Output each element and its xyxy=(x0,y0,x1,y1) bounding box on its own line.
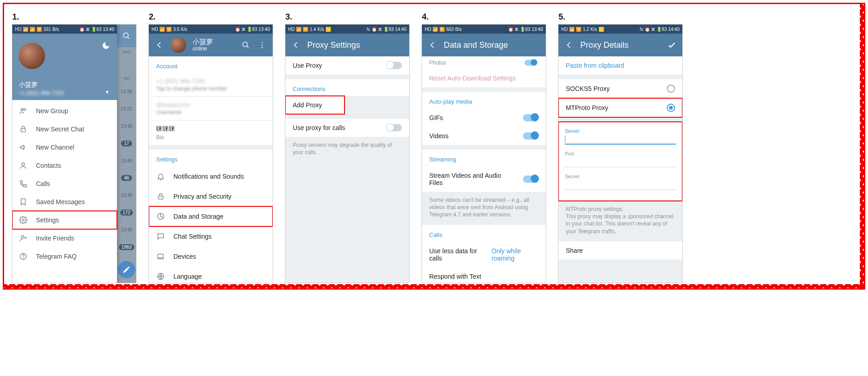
drawer-saved-messages[interactable]: Saved Messages xyxy=(12,193,117,211)
proxy-form: Server Port Secret xyxy=(558,122,682,201)
chat-list-peek: Wed Sat 13:28 13:21 13:40 17 13:40 46 13… xyxy=(117,25,136,283)
drawer-settings[interactable]: Settings xyxy=(12,211,117,229)
account-username-row[interactable]: @bobal1314Username xyxy=(149,97,273,120)
drawer-new-group[interactable]: New Group xyxy=(12,102,117,120)
time-label: 13:40 xyxy=(121,193,132,198)
add-proxy-row[interactable]: Add Proxy xyxy=(285,96,345,114)
back-icon[interactable] xyxy=(154,40,164,50)
step-3: 3. HD📶🛜1.4 K/s🟨ℕ⏰ⵣ🔋8314:40 Proxy Setting… xyxy=(285,12,409,283)
port-label: Port xyxy=(565,151,676,156)
phone-screen-2: HD📶🛜3.5 K/s⏰ⵣ🔋8313:40 小菠萝online Account … xyxy=(149,25,273,283)
drawer-new-channel[interactable]: New Channel xyxy=(12,138,117,156)
section-autoplay: Auto-play media xyxy=(422,92,546,109)
svg-point-13 xyxy=(262,45,263,45)
page-title: Data and Storage xyxy=(444,40,540,50)
time-label: 13:28 xyxy=(121,89,132,94)
avatar[interactable] xyxy=(171,37,186,53)
mtproto-note: MTProto proxy settings.This proxy may di… xyxy=(558,201,682,241)
calls-note: Proxy servers may degrade the quality of… xyxy=(285,137,409,162)
users-icon xyxy=(19,106,28,115)
use-proxy-row[interactable]: Use Proxy xyxy=(285,56,409,75)
page-title: Proxy Details xyxy=(580,40,660,50)
avatar[interactable] xyxy=(19,43,45,69)
drawer-calls[interactable]: Calls xyxy=(12,175,117,193)
proxy-settings-appbar: Proxy Settings xyxy=(285,34,409,56)
step-2: 2. HD📶🛜3.5 K/s⏰ⵣ🔋8313:40 小菠萝online Accou… xyxy=(149,12,273,283)
back-icon[interactable] xyxy=(564,40,574,50)
step-number: 4. xyxy=(422,12,546,22)
stream-row[interactable]: Stream Videos and Audio Files xyxy=(422,166,546,192)
phone-screen-1: Wed Sat 13:28 13:21 13:40 17 13:40 46 13… xyxy=(12,25,136,283)
reset-row[interactable]: Reset Auto-Download Settings xyxy=(422,69,546,87)
svg-point-6 xyxy=(22,219,25,221)
more-icon[interactable] xyxy=(257,40,267,50)
step-1: 1. Wed Sat 13:28 13:21 13:40 17 13:40 46… xyxy=(12,12,136,283)
mtproto-radio[interactable] xyxy=(667,104,675,112)
less-data-value: Only while roaming xyxy=(492,247,538,262)
svg-point-2 xyxy=(21,109,23,111)
settings-devices[interactable]: Devices xyxy=(149,246,273,266)
bell-icon xyxy=(156,172,165,181)
settings-data-storage[interactable]: Data and Storage xyxy=(149,206,273,226)
socks5-radio[interactable] xyxy=(667,85,675,93)
settings-language[interactable]: Language xyxy=(149,266,273,283)
socks5-option[interactable]: SOCKS5 Proxy xyxy=(558,79,682,98)
search-icon[interactable] xyxy=(117,25,136,47)
use-proxy-calls-row[interactable]: Use proxy for calls xyxy=(285,119,409,137)
text-cursor xyxy=(565,135,565,143)
time-label: 13:40 xyxy=(121,124,132,129)
use-proxy-calls-toggle[interactable] xyxy=(386,124,402,131)
proxy-details-appbar: Proxy Details xyxy=(558,34,682,56)
mtproto-option[interactable]: MTProto Proxy xyxy=(558,98,682,117)
day-label: Sat xyxy=(117,74,136,83)
svg-rect-17 xyxy=(158,254,163,258)
photos-row[interactable]: Photos xyxy=(422,56,546,69)
drawer-contacts[interactable]: Contacts xyxy=(12,156,117,175)
server-field[interactable]: Server xyxy=(565,128,676,145)
account-bio-row[interactable]: 咪咪咪Bio xyxy=(149,120,273,145)
secret-field[interactable]: Secret xyxy=(565,174,676,190)
share-row[interactable]: Share xyxy=(558,241,682,260)
account-phone-row[interactable]: +1 (502) 966-7333Tap to change phone num… xyxy=(149,73,273,96)
back-icon[interactable] xyxy=(291,40,301,50)
search-icon[interactable] xyxy=(241,40,251,50)
back-icon[interactable] xyxy=(427,40,437,50)
laptop-icon xyxy=(156,252,165,261)
gifs-toggle[interactable] xyxy=(523,114,538,121)
drawer-faq[interactable]: Telegram FAQ xyxy=(12,247,117,266)
drawer-new-secret-chat[interactable]: New Secret Chat xyxy=(12,120,117,138)
settings-chat[interactable]: Chat Settings xyxy=(149,226,273,246)
data-storage-appbar: Data and Storage xyxy=(422,34,546,56)
drawer-phone: +1 (502) 966-7333 xyxy=(19,90,64,96)
respond-text-row[interactable]: Respond with Text xyxy=(422,267,546,283)
settings-notifications[interactable]: Notifications and Sounds xyxy=(149,166,273,186)
port-field[interactable]: Port xyxy=(565,151,676,167)
lock-icon xyxy=(19,125,28,134)
photos-toggle[interactable] xyxy=(524,60,537,66)
status-bar: HD📶📶🛜331 B/s ⏰ⵣ🔋8313:40 xyxy=(12,25,117,34)
step-number: 3. xyxy=(285,12,409,22)
globe-icon xyxy=(156,272,165,281)
time-label: 13:21 xyxy=(121,106,132,111)
new-message-fab[interactable] xyxy=(118,261,135,278)
settings-privacy[interactable]: Privacy and Security xyxy=(149,186,273,206)
unread-badge: 1963 xyxy=(119,244,134,250)
stream-note: Some videos can't be streamed – e.g., al… xyxy=(422,192,546,225)
chevron-down-icon[interactable]: ▾ xyxy=(106,88,109,95)
moon-icon[interactable] xyxy=(102,41,111,50)
pie-icon xyxy=(156,212,165,221)
check-icon[interactable] xyxy=(667,40,677,50)
unread-badge: 46 xyxy=(121,175,132,181)
gifs-row[interactable]: GIFs xyxy=(422,109,546,127)
megaphone-icon xyxy=(19,143,28,152)
stream-toggle[interactable] xyxy=(523,175,538,183)
videos-row[interactable]: Videos xyxy=(422,127,546,145)
less-data-row[interactable]: Use less data for callsOnly while roamin… xyxy=(422,242,546,267)
use-proxy-toggle[interactable] xyxy=(386,62,402,69)
step-number: 2. xyxy=(149,12,273,22)
paste-clipboard-row[interactable]: Paste from clipboard xyxy=(558,56,682,75)
drawer-invite-friends[interactable]: Invite Friends xyxy=(12,229,117,247)
profile-status: online xyxy=(193,46,234,52)
net-speed: 331 B/s xyxy=(43,27,59,32)
videos-toggle[interactable] xyxy=(523,132,538,140)
